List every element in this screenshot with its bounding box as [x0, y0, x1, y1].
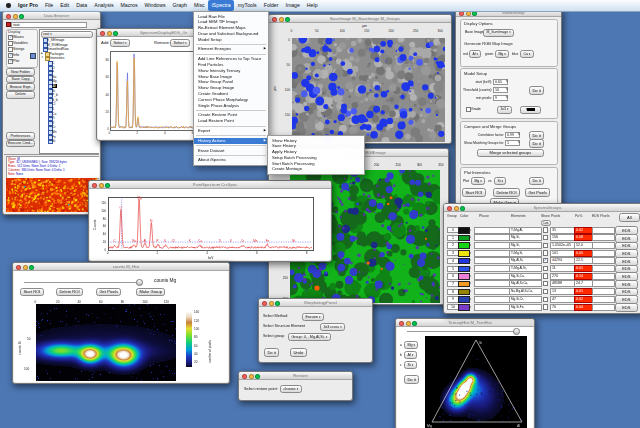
tree-folder-packages[interactable]: Packages — [50, 52, 64, 56]
tree-element-cl[interactable]: Cl — [52, 102, 55, 106]
phase-field[interactable] — [474, 234, 511, 241]
minimize-icon[interactable] — [406, 321, 411, 326]
minimize-icon[interactable] — [107, 31, 112, 36]
minimize-icon[interactable] — [454, 206, 459, 211]
menubar-item-folder[interactable]: Folder — [260, 0, 282, 11]
group-color-swatch[interactable] — [458, 258, 470, 265]
submenu-item-create-montage[interactable]: Create Montage — [268, 166, 364, 172]
menubar-item-help[interactable]: Help — [303, 0, 321, 11]
group-color-swatch[interactable] — [458, 273, 470, 280]
button-do-it[interactable]: Do it — [529, 86, 544, 95]
elements-field[interactable]: Ti,Mg,Si, — [509, 250, 542, 257]
elements-field[interactable]: Mg,Al,Si, — [509, 257, 542, 264]
show-checkbox[interactable] — [543, 297, 548, 302]
minimize-icon[interactable] — [279, 17, 284, 22]
tree-element-f[interactable]: F — [52, 70, 54, 74]
menubar-item-macros[interactable]: Macros — [117, 0, 141, 11]
window-controls[interactable] — [100, 31, 118, 36]
eds-pixels-field[interactable] — [592, 227, 615, 234]
close-icon[interactable] — [242, 374, 247, 379]
phase-field[interactable] — [474, 265, 511, 272]
tree-element-fe[interactable]: Fe — [52, 135, 56, 139]
tree-element-na[interactable]: Na — [52, 75, 56, 79]
phase-field[interactable] — [474, 227, 511, 234]
tree-element-s_b[interactable]: S_b — [52, 98, 58, 102]
elements-field[interactable]: Ti,Mg,Al, — [509, 227, 542, 234]
axis-select-c[interactable]: Si ▾ — [404, 361, 417, 369]
elements-field[interactable]: Mg,Si,Cr, — [509, 296, 542, 303]
menu-item-history-actions[interactable]: History Actions▶ — [194, 138, 268, 144]
title-bar[interactable]: BaseImage M_BaseImage M_Groups — [269, 15, 451, 23]
elements-field[interactable]: Mg,Si, — [509, 242, 542, 249]
eds-pixels-field[interactable] — [592, 280, 615, 287]
counts-histogram-window[interactable]: counts M_Hist counts MgStart ROIDelete R… — [12, 262, 230, 384]
model-setup-panel-window[interactable]: ModelSetup Display OptionsBase Image:M_S… — [455, 8, 562, 217]
select-select-method[interactable]: Erosion ▾ — [302, 313, 324, 321]
stepper-icon[interactable]: ⇅ — [518, 140, 521, 144]
apple-icon[interactable] — [6, 3, 11, 8]
button-get-pixels[interactable]: Get Pixels — [96, 288, 121, 297]
show-checkbox[interactable] — [543, 235, 548, 240]
phase-field[interactable] — [474, 288, 511, 295]
elements-field[interactable]: Mg,Al,Si,Ca, — [509, 280, 542, 287]
spectra-groups-window[interactable]: SpectraGroups GroupColorPhaseElementsSho… — [443, 203, 640, 314]
close-icon[interactable] — [447, 206, 452, 211]
elements-field[interactable]: Mg,Si,Fe, — [509, 304, 542, 311]
remove-select[interactable]: Select ▾ — [170, 39, 190, 47]
wave-tree[interactable]: root ▾rt_SEImageM_RGBImageSmoothedRaw▶Pa… — [39, 29, 99, 154]
zoom-icon[interactable] — [29, 265, 34, 270]
opacity-slider-track[interactable] — [407, 331, 519, 332]
menu-item-element-energies[interactable]: Element Energies▶ — [194, 46, 268, 52]
eds-pixels-field[interactable] — [592, 265, 615, 272]
tree-folder-intensities[interactable]: Intensities — [50, 56, 65, 60]
button-all[interactable]: All — [619, 213, 640, 222]
group-color-swatch[interactable] — [458, 304, 470, 311]
stepper-icon[interactable]: ⇅ — [506, 87, 509, 91]
title-bar[interactable]: SpectraGroups — [444, 204, 640, 212]
menubar-item-graph[interactable]: Graph — [169, 0, 190, 11]
tree-element-mg[interactable]: Mg — [52, 79, 57, 83]
path-field[interactable]: root — [11, 22, 87, 29]
title-bar[interactable]: Data Browser — [3, 12, 100, 20]
eds-pixels-field[interactable] — [592, 288, 615, 295]
color-swatch-select[interactable]: ▾ — [520, 106, 541, 114]
ispectra-menu[interactable]: Load Raw FileLoad SEM TIF ImageRe-Extrac… — [193, 11, 269, 166]
window-controls[interactable] — [399, 321, 417, 326]
window-controls[interactable] — [16, 265, 34, 270]
show-checkbox[interactable] — [543, 227, 548, 232]
menubar-item-windows[interactable]: Windows — [141, 0, 169, 11]
menu-item-single-phase-analysis[interactable]: Single Phase Analysis — [194, 103, 268, 109]
show-checkbox[interactable] — [543, 304, 548, 309]
group-color-swatch[interactable] — [458, 281, 470, 288]
tree-element-c[interactable]: C — [52, 61, 54, 65]
menu-item-model-setup[interactable]: Model Setup — [194, 37, 268, 43]
group-color-swatch[interactable] — [458, 266, 470, 273]
menubar-item-mytools[interactable]: myTools — [234, 0, 260, 11]
zoom-icon[interactable] — [285, 17, 290, 22]
opacity-slider-thumb[interactable] — [513, 328, 520, 335]
morphology-panel-window[interactable]: MorphologyPanel Select MethodErosion ▾Se… — [258, 298, 373, 363]
eds-pixels-field[interactable] — [592, 304, 615, 311]
eds-pixels-field[interactable] — [592, 273, 615, 280]
show-checkbox[interactable] — [543, 289, 548, 294]
button-eds[interactable]: EDS — [615, 303, 638, 312]
phase-field[interactable] — [474, 304, 511, 311]
zoom-icon[interactable] — [412, 321, 417, 326]
group-color-swatch[interactable] — [458, 235, 470, 242]
show-checkbox[interactable]: ✓ — [543, 258, 548, 263]
red-channel-select[interactable]: Al ▾ — [469, 50, 481, 58]
tree-element-cr[interactable]: Cr — [52, 125, 55, 129]
button-new-folder[interactable]: New Folder — [6, 68, 35, 76]
zoom-icon[interactable] — [19, 14, 24, 19]
button-do-it[interactable]: Do it — [529, 139, 544, 148]
tree-element-o[interactable]: O — [52, 66, 55, 70]
window-controls[interactable] — [92, 183, 110, 188]
ternary-window[interactable]: TernaryHist M_TernHist aMg ▾bAl ▾cSi ▾Do… — [395, 318, 535, 428]
window-controls[interactable] — [262, 301, 280, 306]
menu-item-export[interactable]: Export▶ — [194, 128, 268, 134]
button-delete[interactable]: Delete — [6, 91, 35, 99]
tree-element-al[interactable]: Al — [52, 84, 57, 88]
button-list[interactable]: List — [541, 220, 551, 227]
zoom-icon[interactable] — [275, 301, 280, 306]
eds-pixels-field[interactable] — [592, 234, 615, 241]
